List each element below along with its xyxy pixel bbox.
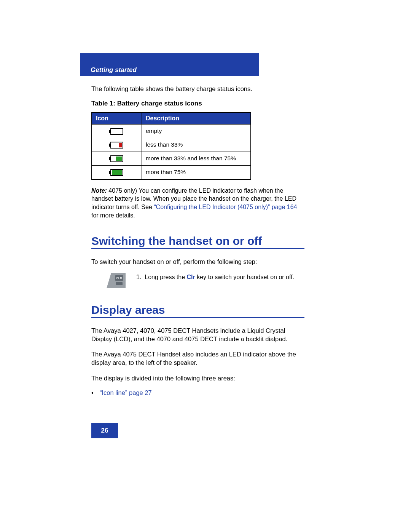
display-areas-para3: The display is divided into the followin…	[91, 374, 304, 382]
display-areas-para1: The Avaya 4027, 4070, 4075 DECT Handsets…	[91, 326, 304, 343]
svg-rect-3	[116, 282, 123, 285]
content-column: The following table shows the battery ch…	[91, 85, 304, 438]
bullet-icon: •	[91, 389, 100, 396]
section-title: Getting started	[91, 66, 137, 74]
table-cell-description: more than 75%	[142, 165, 251, 179]
note-text-after: for more details.	[91, 212, 135, 219]
table-header-icon: Icon	[92, 112, 142, 125]
svg-text:CLR: CLR	[116, 276, 122, 280]
table-header-description: Description	[142, 112, 251, 125]
list-item: •“Icon line” page 27	[91, 389, 304, 396]
note-paragraph: Note: 4075 only) You can configure the L…	[91, 187, 304, 219]
cross-reference-link[interactable]: “Configuring the LED Indicator (4075 onl…	[154, 204, 297, 210]
battery-status-table: Icon Description empty less than 33% mor…	[91, 112, 251, 180]
page-number-box: 26	[91, 423, 118, 438]
heading-switching: Switching the handset on or off	[91, 235, 304, 249]
switching-intro: To switch your handset on or off, perfor…	[91, 257, 304, 266]
step-after: key to switch your handset on or off.	[195, 274, 294, 280]
step-before: Long press the	[145, 274, 186, 280]
step-number: 1.	[136, 274, 141, 280]
header-band: Getting started	[80, 53, 259, 76]
table-cell-description: empty	[142, 125, 251, 138]
cross-reference-link[interactable]: “Icon line” page 27	[100, 389, 152, 396]
battery-empty-icon	[92, 125, 142, 138]
key-name: Clr	[187, 274, 195, 280]
table-row: more than 33% and less than 75%	[92, 152, 251, 166]
table-row: less than 33%	[92, 138, 251, 152]
table-row: more than 75%	[92, 165, 251, 179]
clr-key-icon: CLR	[107, 273, 126, 288]
table-row: empty	[92, 125, 251, 138]
intro-text: The following table shows the battery ch…	[91, 85, 304, 93]
document-page: Getting started The following table show…	[0, 0, 411, 461]
battery-mid-icon	[92, 152, 142, 166]
heading-display-areas: Display areas	[91, 304, 304, 318]
page-number: 26	[101, 427, 108, 435]
battery-low-icon	[92, 138, 142, 152]
battery-high-icon	[92, 165, 142, 179]
table-caption: Table 1: Battery charge status icons	[91, 100, 304, 107]
step-row: CLR 1. Long press the Clr key to switch …	[107, 273, 304, 288]
note-label: Note:	[91, 187, 107, 194]
step-text: 1. Long press the Clr key to switch your…	[136, 273, 294, 281]
table-cell-description: less than 33%	[142, 138, 251, 152]
display-areas-para2: The Avaya 4075 DECT Handset also include…	[91, 350, 304, 367]
table-cell-description: more than 33% and less than 75%	[142, 152, 251, 166]
